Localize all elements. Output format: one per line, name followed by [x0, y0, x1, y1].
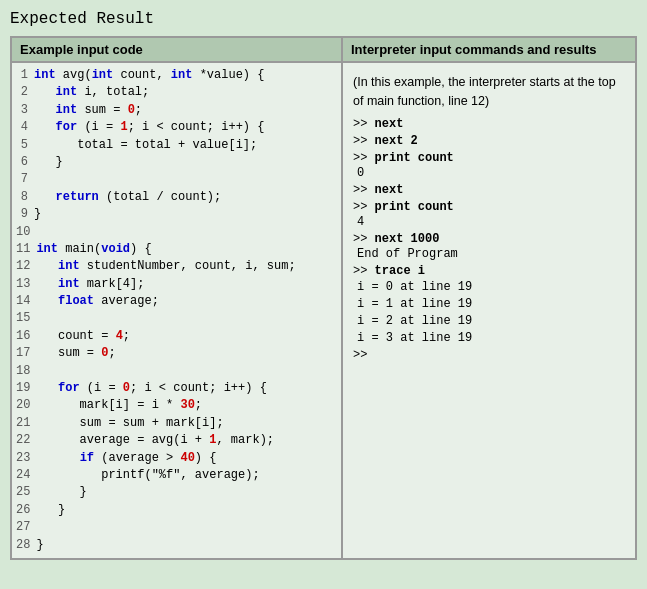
code-line-2: 2 int i, total;: [12, 84, 341, 101]
code-column: 1 int avg(int count, int *value) { 2 int…: [12, 62, 342, 558]
line-num: 21: [12, 415, 36, 432]
line-num: 22: [12, 432, 36, 449]
interp-cmd-1: >> next: [353, 117, 625, 131]
code-line-5: 5 total = total + value[i];: [12, 137, 341, 154]
interp-content: (In this example, the interpreter starts…: [343, 67, 635, 368]
code-line-20: 20 mark[i] = i * 30;: [12, 397, 341, 414]
line-code: sum = 0;: [36, 345, 115, 362]
code-line-6: 6 }: [12, 154, 341, 171]
code-line-22: 22 average = avg(i + 1, mark);: [12, 432, 341, 449]
line-code: int studentNumber, count, i, sum;: [36, 258, 295, 275]
code-line-12: 12 int studentNumber, count, i, sum;: [12, 258, 341, 275]
line-num: 28: [12, 537, 36, 554]
code-line-19: 19 for (i = 0; i < count; i++) {: [12, 380, 341, 397]
code-line-28: 28 }: [12, 537, 341, 554]
line-num: 1: [12, 67, 34, 84]
code-line-18: 18: [12, 363, 341, 380]
code-line-7: 7: [12, 171, 341, 188]
code-line-11: 11 int main(void) {: [12, 241, 341, 258]
code-line-10: 10: [12, 224, 341, 241]
line-code: int main(void) {: [36, 241, 151, 258]
line-code: int sum = 0;: [34, 102, 142, 119]
code-line-17: 17 sum = 0;: [12, 345, 341, 362]
line-code: return (total / count);: [34, 189, 221, 206]
line-num: 24: [12, 467, 36, 484]
code-line-4: 4 for (i = 1; i < count; i++) {: [12, 119, 341, 136]
line-num: 2: [12, 84, 34, 101]
interp-cmd-4: >> next: [353, 183, 625, 197]
code-line-14: 14 float average;: [12, 293, 341, 310]
interp-column-header: Interpreter input commands and results: [342, 38, 635, 62]
line-num: 11: [12, 241, 36, 258]
line-num: 7: [12, 171, 34, 188]
interp-cmd-3: >> print count: [353, 151, 625, 165]
interp-cmd-prompt: >>: [353, 348, 625, 362]
code-line-26: 26 }: [12, 502, 341, 519]
line-num: 13: [12, 276, 36, 293]
line-code: }: [36, 502, 65, 519]
line-num: 3: [12, 102, 34, 119]
line-code: printf("%f", average);: [36, 467, 259, 484]
code-line-21: 21 sum = sum + mark[i];: [12, 415, 341, 432]
line-code: }: [34, 154, 63, 171]
line-num: 9: [12, 206, 34, 223]
line-code: count = 4;: [36, 328, 130, 345]
code-line-25: 25 }: [12, 484, 341, 501]
line-code: mark[i] = i * 30;: [36, 397, 202, 414]
code-line-16: 16 count = 4;: [12, 328, 341, 345]
line-num: 23: [12, 450, 36, 467]
line-num: 19: [12, 380, 36, 397]
line-num: 18: [12, 363, 36, 380]
line-num: 12: [12, 258, 36, 275]
interp-cmd-6: >> next 1000: [353, 232, 625, 246]
line-code: }: [36, 484, 86, 501]
interp-result-4: i = 0 at line 19: [357, 280, 625, 294]
interp-result-7: i = 3 at line 19: [357, 331, 625, 345]
code-line-23: 23 if (average > 40) {: [12, 450, 341, 467]
code-line-13: 13 int mark[4];: [12, 276, 341, 293]
line-num: 17: [12, 345, 36, 362]
code-line-15: 15: [12, 310, 341, 327]
interp-result-5: i = 1 at line 19: [357, 297, 625, 311]
line-code: sum = sum + mark[i];: [36, 415, 223, 432]
line-num: 26: [12, 502, 36, 519]
line-code: }: [36, 537, 43, 554]
line-code: for (i = 1; i < count; i++) {: [34, 119, 264, 136]
line-num: 27: [12, 519, 36, 536]
line-code: int avg(int count, int *value) {: [34, 67, 264, 84]
page-title: Expected Result: [10, 10, 637, 28]
line-num: 5: [12, 137, 34, 154]
interp-cmd-5: >> print count: [353, 200, 625, 214]
interp-cmd-2: >> next 2: [353, 134, 625, 148]
interp-note: (In this example, the interpreter starts…: [353, 73, 625, 111]
interp-column: (In this example, the interpreter starts…: [342, 62, 635, 558]
line-num: 16: [12, 328, 36, 345]
line-code: float average;: [36, 293, 158, 310]
line-code: for (i = 0; i < count; i++) {: [36, 380, 266, 397]
line-num: 4: [12, 119, 34, 136]
line-num: 20: [12, 397, 36, 414]
line-code: if (average > 40) {: [36, 450, 216, 467]
code-line-3: 3 int sum = 0;: [12, 102, 341, 119]
interp-result-2: 4: [357, 215, 625, 229]
code-line-27: 27: [12, 519, 341, 536]
line-code: int i, total;: [34, 84, 149, 101]
code-line-8: 8 return (total / count);: [12, 189, 341, 206]
line-num: 14: [12, 293, 36, 310]
line-num: 25: [12, 484, 36, 501]
line-code: average = avg(i + 1, mark);: [36, 432, 274, 449]
line-code: total = total + value[i];: [34, 137, 257, 154]
line-code: }: [34, 206, 41, 223]
code-line-24: 24 printf("%f", average);: [12, 467, 341, 484]
code-line-1: 1 int avg(int count, int *value) {: [12, 67, 341, 84]
line-code: int mark[4];: [36, 276, 144, 293]
code-column-header: Example input code: [12, 38, 342, 62]
line-num: 6: [12, 154, 34, 171]
line-num: 10: [12, 224, 36, 241]
interp-result-1: 0: [357, 166, 625, 180]
line-num: 8: [12, 189, 34, 206]
code-line-9: 9 }: [12, 206, 341, 223]
interp-cmd-7: >> trace i: [353, 264, 625, 278]
interp-result-3: End of Program: [357, 247, 625, 261]
line-num: 15: [12, 310, 36, 327]
